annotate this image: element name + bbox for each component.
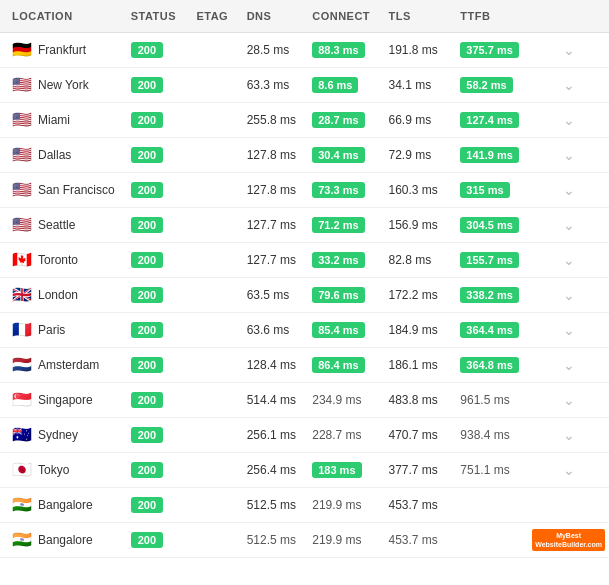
etag-value	[190, 103, 240, 138]
ttfb-value: 751.1 ms	[454, 453, 528, 488]
dns-value: 255.8 ms	[241, 103, 307, 138]
etag-value	[190, 68, 240, 103]
location-name: Bangalore	[38, 498, 93, 512]
col-header-ttfb: TTFB	[454, 0, 528, 33]
ttfb-value: 338.2 ms	[454, 278, 528, 313]
expand-icon[interactable]: ⌄	[528, 348, 609, 383]
etag-value	[190, 488, 240, 523]
flag-icon: 🇦🇺	[12, 427, 32, 443]
dns-value: 128.4 ms	[241, 348, 307, 383]
status-badge: 200	[131, 182, 163, 198]
tls-value: 377.7 ms	[382, 453, 454, 488]
col-header-tls: TLS	[382, 0, 454, 33]
location-name: Singapore	[38, 393, 93, 407]
expand-icon[interactable]: ⌄	[528, 313, 609, 348]
tls-value: 34.1 ms	[382, 68, 454, 103]
flag-icon: 🇯🇵	[12, 462, 32, 478]
status-badge: 200	[131, 462, 163, 478]
dns-value: 256.1 ms	[241, 418, 307, 453]
table-row[interactable]: 🇮🇳Bangalore200512.5 ms219.9 ms453.7 ms	[0, 488, 609, 523]
location-name: Tokyo	[38, 463, 69, 477]
connect-value: 234.9 ms	[306, 383, 382, 418]
col-header-status: STATUS	[125, 0, 191, 33]
location-name: San Francisco	[38, 183, 115, 197]
expand-icon[interactable]: ⌄	[528, 278, 609, 313]
status-badge: 200	[131, 42, 163, 58]
ttfb-value: 58.2 ms	[454, 68, 528, 103]
location-name: Frankfurt	[38, 43, 86, 57]
location-name: Seattle	[38, 218, 75, 232]
etag-value	[190, 383, 240, 418]
connect-value: 183 ms	[306, 453, 382, 488]
expand-icon[interactable]: ⌄	[528, 208, 609, 243]
ttfb-value: 315 ms	[454, 173, 528, 208]
flag-icon: 🇬🇧	[12, 287, 32, 303]
table-row[interactable]: 🇫🇷Paris20063.6 ms85.4 ms184.9 ms364.4 ms…	[0, 313, 609, 348]
etag-value	[190, 33, 240, 68]
table-row[interactable]: 🇺🇸San Francisco200127.8 ms73.3 ms160.3 m…	[0, 173, 609, 208]
ttfb-value: 155.7 ms	[454, 243, 528, 278]
flag-icon: 🇮🇳	[12, 532, 32, 548]
expand-icon[interactable]: ⌄	[528, 138, 609, 173]
expand-icon[interactable]: ⌄	[528, 33, 609, 68]
etag-value	[190, 138, 240, 173]
status-badge: 200	[131, 112, 163, 128]
dns-value: 63.6 ms	[241, 313, 307, 348]
etag-value	[190, 173, 240, 208]
table-row[interactable]: 🇺🇸Dallas200127.8 ms30.4 ms72.9 ms141.9 m…	[0, 138, 609, 173]
table-row[interactable]: 🇩🇪Frankfurt20028.5 ms88.3 ms191.8 ms375.…	[0, 33, 609, 68]
dns-value: 512.5 ms	[241, 488, 307, 523]
ttfb-value: 141.9 ms	[454, 138, 528, 173]
location-name: Miami	[38, 113, 70, 127]
expand-icon[interactable]: ⌄	[528, 453, 609, 488]
ttfb-value	[454, 488, 528, 523]
connect-value: 30.4 ms	[306, 138, 382, 173]
tls-value: 160.3 ms	[382, 173, 454, 208]
etag-value	[190, 453, 240, 488]
expand-icon[interactable]: ⌄	[528, 383, 609, 418]
connect-value: 85.4 ms	[306, 313, 382, 348]
ttfb-value: 304.5 ms	[454, 208, 528, 243]
location-name: Amsterdam	[38, 358, 99, 372]
table-row[interactable]: 🇯🇵Tokyo200256.4 ms183 ms377.7 ms751.1 ms…	[0, 453, 609, 488]
connect-value: 73.3 ms	[306, 173, 382, 208]
status-badge: 200	[131, 252, 163, 268]
dns-value: 127.8 ms	[241, 173, 307, 208]
status-badge: 200	[131, 147, 163, 163]
tls-value: 72.9 ms	[382, 138, 454, 173]
flag-icon: 🇺🇸	[12, 217, 32, 233]
expand-icon[interactable]: ⌄	[528, 103, 609, 138]
dns-value: 256.4 ms	[241, 453, 307, 488]
location-name: Dallas	[38, 148, 71, 162]
table-row[interactable]: 🇸🇬Singapore200514.4 ms234.9 ms483.8 ms96…	[0, 383, 609, 418]
status-badge: 200	[131, 427, 163, 443]
status-badge: 200	[131, 357, 163, 373]
col-header-location: LOCATION	[0, 0, 125, 33]
table-row[interactable]: 🇳🇱Amsterdam200128.4 ms86.4 ms186.1 ms364…	[0, 348, 609, 383]
dns-value: 63.3 ms	[241, 68, 307, 103]
tls-value: 66.9 ms	[382, 103, 454, 138]
table-row[interactable]: 🇺🇸New York20063.3 ms8.6 ms34.1 ms58.2 ms…	[0, 68, 609, 103]
table-row[interactable]: 🇨🇦Toronto200127.7 ms33.2 ms82.8 ms155.7 …	[0, 243, 609, 278]
expand-icon[interactable]: ⌄	[528, 243, 609, 278]
table-row[interactable]: 🇬🇧London20063.5 ms79.6 ms172.2 ms338.2 m…	[0, 278, 609, 313]
expand-icon[interactable]: ⌄	[528, 173, 609, 208]
flag-icon: 🇨🇦	[12, 252, 32, 268]
table-row[interactable]: 🇺🇸Seattle200127.7 ms71.2 ms156.9 ms304.5…	[0, 208, 609, 243]
ttfb-value: 364.4 ms	[454, 313, 528, 348]
tls-value: 483.8 ms	[382, 383, 454, 418]
location-name: London	[38, 288, 78, 302]
table-row[interactable]: 🇮🇳Bangalore200512.5 ms219.9 ms453.7 msMy…	[0, 523, 609, 558]
ttfb-value: 364.8 ms	[454, 348, 528, 383]
tls-value: 186.1 ms	[382, 348, 454, 383]
connect-value: 219.9 ms	[306, 488, 382, 523]
expand-icon[interactable]: ⌄	[528, 68, 609, 103]
table-row[interactable]: 🇦🇺Sydney200256.1 ms228.7 ms470.7 ms938.4…	[0, 418, 609, 453]
location-name: New York	[38, 78, 89, 92]
expand-icon[interactable]: ⌄	[528, 418, 609, 453]
location-name: Sydney	[38, 428, 78, 442]
status-badge: 200	[131, 497, 163, 513]
connect-value: 8.6 ms	[306, 68, 382, 103]
table-row[interactable]: 🇺🇸Miami200255.8 ms28.7 ms66.9 ms127.4 ms…	[0, 103, 609, 138]
dns-value: 28.5 ms	[241, 33, 307, 68]
